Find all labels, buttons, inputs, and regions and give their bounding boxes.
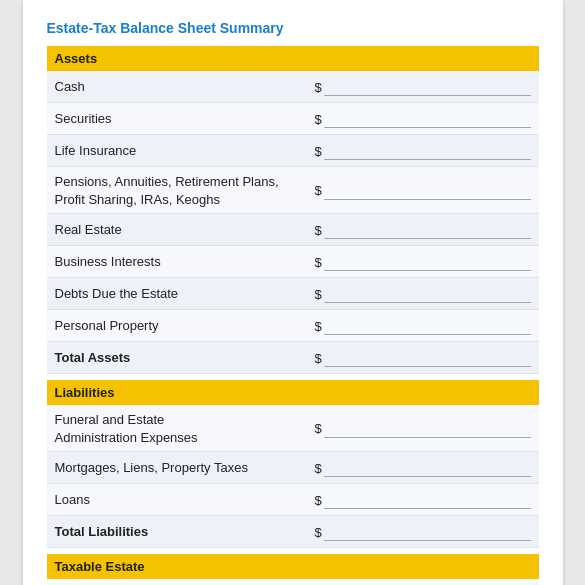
dollar-sign: $ <box>315 421 322 436</box>
row-assets-2: Life Insurance$ <box>47 135 539 167</box>
section-header-taxable-estate: Taxable Estate <box>47 554 539 579</box>
row-value-liabilities-0: $ <box>315 420 531 438</box>
dollar-sign: $ <box>315 255 322 270</box>
row-assets-0: Cash$ <box>47 71 539 103</box>
row-label-assets-5: Business Interests <box>55 253 315 271</box>
row-assets-1: Securities$ <box>47 103 539 135</box>
row-label-assets-4: Real Estate <box>55 221 315 239</box>
row-label-assets-8: Total Assets <box>55 349 315 367</box>
row-label-assets-6: Debts Due the Estate <box>55 285 315 303</box>
dollar-sign: $ <box>315 493 322 508</box>
section-header-assets: Assets <box>47 46 539 71</box>
input-assets-2[interactable] <box>324 142 531 160</box>
row-value-liabilities-3: $ <box>315 523 531 541</box>
input-liabilities-1[interactable] <box>324 459 531 477</box>
row-label-assets-3: Pensions, Annuities, Retirement Plans,Pr… <box>55 173 315 208</box>
row-assets-8: Total Assets$ <box>47 342 539 374</box>
input-assets-4[interactable] <box>324 221 531 239</box>
row-label-liabilities-3: Total Liabilities <box>55 523 315 541</box>
input-liabilities-2[interactable] <box>324 491 531 509</box>
page-title: Estate-Tax Balance Sheet Summary <box>47 20 539 36</box>
dollar-sign: $ <box>315 183 322 198</box>
row-liabilities-0: Funeral and EstateAdministration Expense… <box>47 405 539 452</box>
row-value-liabilities-2: $ <box>315 491 531 509</box>
row-liabilities-2: Loans$ <box>47 484 539 516</box>
input-assets-1[interactable] <box>324 110 531 128</box>
dollar-sign: $ <box>315 80 322 95</box>
row-label-assets-7: Personal Property <box>55 317 315 335</box>
section-header-liabilities: Liabilities <box>47 380 539 405</box>
row-liabilities-3: Total Liabilities$ <box>47 516 539 548</box>
input-liabilities-3[interactable] <box>324 523 531 541</box>
row-label-liabilities-2: Loans <box>55 491 315 509</box>
input-assets-5[interactable] <box>324 253 531 271</box>
dollar-sign: $ <box>315 319 322 334</box>
row-label-assets-0: Cash <box>55 78 315 96</box>
dollar-sign: $ <box>315 144 322 159</box>
row-value-assets-2: $ <box>315 142 531 160</box>
row-value-assets-7: $ <box>315 317 531 335</box>
row-value-assets-0: $ <box>315 78 531 96</box>
row-value-assets-6: $ <box>315 285 531 303</box>
row-label-assets-2: Life Insurance <box>55 142 315 160</box>
input-assets-6[interactable] <box>324 285 531 303</box>
row-assets-3: Pensions, Annuities, Retirement Plans,Pr… <box>47 167 539 214</box>
input-assets-7[interactable] <box>324 317 531 335</box>
row-assets-7: Personal Property$ <box>47 310 539 342</box>
row-label-liabilities-0: Funeral and EstateAdministration Expense… <box>55 411 315 446</box>
row-label-liabilities-1: Mortgages, Liens, Property Taxes <box>55 459 315 477</box>
row-assets-5: Business Interests$ <box>47 246 539 278</box>
input-assets-8[interactable] <box>324 349 531 367</box>
dollar-sign: $ <box>315 525 322 540</box>
dollar-sign: $ <box>315 351 322 366</box>
row-value-liabilities-1: $ <box>315 459 531 477</box>
dollar-sign: $ <box>315 223 322 238</box>
row-value-assets-4: $ <box>315 221 531 239</box>
row-liabilities-1: Mortgages, Liens, Property Taxes$ <box>47 452 539 484</box>
row-taxable-estate-0: Total Assets$ <box>47 579 539 585</box>
dollar-sign: $ <box>315 287 322 302</box>
dollar-sign: $ <box>315 461 322 476</box>
row-assets-6: Debts Due the Estate$ <box>47 278 539 310</box>
input-assets-3[interactable] <box>324 182 531 200</box>
input-liabilities-0[interactable] <box>324 420 531 438</box>
dollar-sign: $ <box>315 112 322 127</box>
row-value-assets-5: $ <box>315 253 531 271</box>
row-value-assets-8: $ <box>315 349 531 367</box>
row-assets-4: Real Estate$ <box>47 214 539 246</box>
balance-sheet-card: Estate-Tax Balance Sheet Summary AssetsC… <box>23 0 563 585</box>
row-label-assets-1: Securities <box>55 110 315 128</box>
row-value-assets-3: $ <box>315 182 531 200</box>
row-value-assets-1: $ <box>315 110 531 128</box>
input-assets-0[interactable] <box>324 78 531 96</box>
